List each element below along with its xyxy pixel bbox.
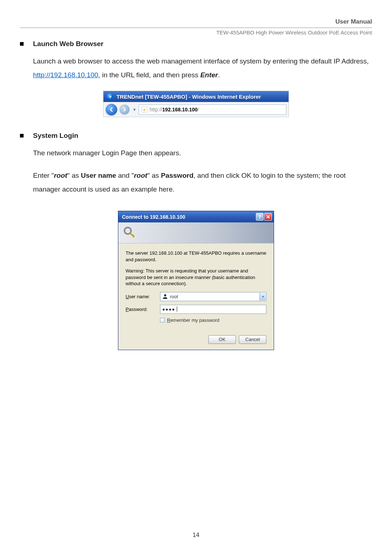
- product-subtitle: TEW-455APBO High Power Wireless Outdoor …: [20, 29, 372, 36]
- password-label: Password: [161, 172, 193, 179]
- remember-row: Remember my password: [160, 317, 266, 323]
- text: .: [218, 71, 220, 79]
- arrow-left-icon: [109, 107, 114, 112]
- ie-title-bar: TRENDnet [TEW-455APBO] - Windows Interne…: [103, 91, 289, 102]
- forward-button[interactable]: [119, 104, 130, 115]
- arrow-right-icon: [122, 107, 127, 112]
- header: User Manual: [20, 18, 372, 25]
- password-dots: ●●●●: [162, 307, 175, 312]
- nav-dropdown-icon[interactable]: ▼: [132, 107, 136, 112]
- username-label: User name: [81, 172, 116, 179]
- auth-server-msg: The server 192.168.10.100 at TEW-455APBO…: [126, 250, 266, 263]
- root-text: root: [54, 172, 67, 179]
- text: , in the URL field, and then press: [98, 71, 200, 79]
- svg-point-3: [164, 294, 166, 296]
- ie-window-title: TRENDnet [TEW-455APBO] - Windows Interne…: [117, 94, 261, 100]
- combo-arrow-icon[interactable]: ▾: [260, 293, 266, 300]
- page-icon: e: [142, 107, 147, 112]
- text: " as: [147, 172, 161, 179]
- root-text: root: [134, 172, 147, 179]
- text-cursor: [177, 307, 177, 312]
- keyring-icon: [123, 226, 137, 240]
- page-number: 14: [0, 532, 392, 539]
- ie-logo-icon: [107, 93, 114, 100]
- password-input[interactable]: ●●●●: [160, 305, 266, 314]
- password-row: Password: ●●●●: [126, 305, 266, 314]
- enter-key: Enter: [200, 71, 218, 79]
- url-host: 192.168.10.100: [162, 107, 197, 112]
- section-launch-browser: Launch Web Browser: [20, 40, 372, 48]
- section-system-login: System Login: [20, 132, 372, 140]
- username-input[interactable]: root ▾: [160, 292, 266, 301]
- ie-nav-bar: ▼ e http://192.168.10.100/: [103, 102, 289, 117]
- bullet-icon: [20, 42, 24, 46]
- text: Enter ": [33, 172, 54, 179]
- username-label: User name:: [126, 294, 160, 299]
- remember-label: Remember my password: [167, 317, 220, 323]
- section2-line1: The network manager Login Page then appe…: [33, 146, 372, 160]
- svg-point-0: [124, 227, 131, 234]
- text: and ": [116, 172, 134, 179]
- text: Launch a web browser to access the web m…: [33, 57, 369, 65]
- username-row: User name: root ▾: [126, 292, 266, 301]
- back-button[interactable]: [106, 104, 117, 115]
- ok-button[interactable]: OK: [208, 335, 236, 344]
- auth-body: The server 192.168.10.100 at TEW-455APBO…: [118, 243, 274, 350]
- auth-title: Connect to 192.168.10.100: [122, 214, 185, 220]
- svg-rect-1: [130, 233, 135, 238]
- bullet-icon: [20, 134, 24, 138]
- remember-checkbox[interactable]: [160, 318, 165, 323]
- help-button[interactable]: ?: [256, 213, 264, 221]
- auth-warning-msg: Warning: This server is requesting that …: [126, 268, 266, 287]
- section-heading: System Login: [33, 132, 78, 140]
- close-button[interactable]: ✕: [264, 213, 272, 221]
- auth-titlebar: Connect to 192.168.10.100 ? ✕: [118, 211, 274, 222]
- cancel-button[interactable]: Cancel: [239, 335, 266, 344]
- user-manual-label: User Manual: [335, 18, 372, 25]
- address-bar[interactable]: e http://192.168.10.100/: [139, 104, 286, 115]
- user-icon: [162, 294, 168, 299]
- section-heading: Launch Web Browser: [33, 40, 103, 48]
- section2-line2: Enter "root" as User name and "root" as …: [33, 169, 372, 196]
- ip-link[interactable]: http://192.168.10.100: [33, 71, 98, 79]
- auth-button-row: OK Cancel: [126, 332, 266, 344]
- header-divider: [20, 28, 372, 28]
- url-suffix: /: [197, 107, 199, 112]
- username-value: root: [170, 294, 178, 299]
- auth-dialog: Connect to 192.168.10.100 ? ✕ The server…: [118, 211, 274, 350]
- window-controls: ? ✕: [256, 213, 272, 221]
- url-prefix: http://: [150, 107, 162, 112]
- password-label: Password:: [126, 307, 160, 312]
- ie-window-mockup: TRENDnet [TEW-455APBO] - Windows Interne…: [103, 91, 289, 117]
- section1-body: Launch a web browser to access the web m…: [33, 54, 372, 82]
- auth-banner: [118, 222, 274, 243]
- text: " as: [67, 172, 81, 179]
